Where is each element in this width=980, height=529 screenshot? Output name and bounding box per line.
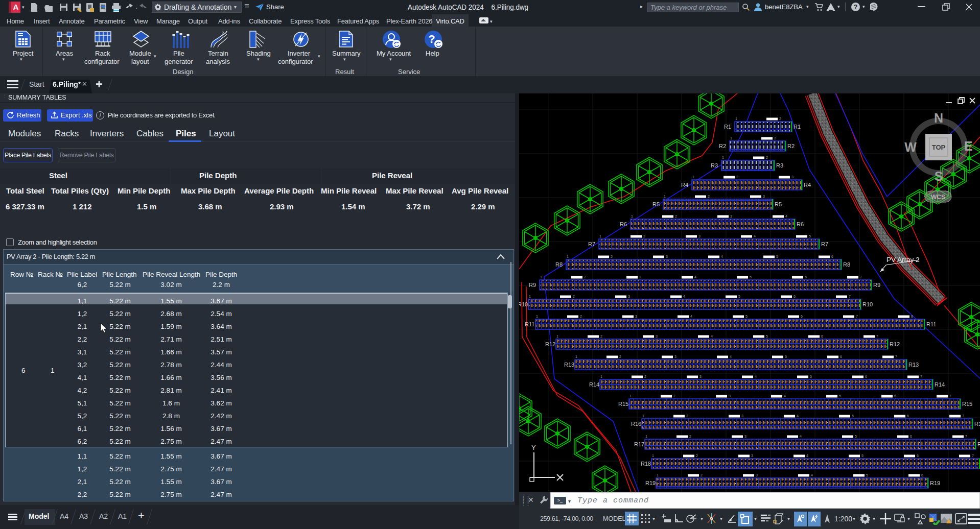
svg-text:6: 6 <box>805 275 807 279</box>
svg-text:5: 5 <box>866 473 868 477</box>
svg-text:1: 1 <box>657 473 659 477</box>
svg-text:R1: R1 <box>724 124 731 130</box>
svg-text:R14: R14 <box>935 381 945 388</box>
svg-text:5: 5 <box>839 394 841 398</box>
svg-text:2: 2 <box>766 156 768 159</box>
svg-text:R10: R10 <box>862 301 873 307</box>
svg-text:3: 3 <box>666 255 668 258</box>
svg-text:2: 2 <box>708 195 710 198</box>
svg-text:1: 1 <box>629 394 632 398</box>
svg-text:7: 7 <box>856 315 858 318</box>
svg-text:2: 2 <box>619 355 621 358</box>
svg-text:R4: R4 <box>681 182 688 188</box>
svg-text:2: 2 <box>701 473 703 477</box>
svg-text:2: 2 <box>573 295 575 298</box>
svg-text:2: 2 <box>774 136 776 140</box>
svg-text:7: 7 <box>965 435 967 438</box>
svg-text:1: 1 <box>600 375 602 378</box>
svg-text:5: 5 <box>738 295 740 298</box>
svg-text:7: 7 <box>962 414 964 418</box>
svg-text:N: N <box>934 111 943 125</box>
svg-text:4: 4 <box>711 334 713 338</box>
svg-text:6: 6 <box>894 394 896 398</box>
svg-text:6: 6 <box>921 473 923 477</box>
svg-text:1: 1 <box>722 156 724 159</box>
svg-text:5: 5 <box>750 275 752 279</box>
svg-text:2: 2 <box>611 255 613 258</box>
svg-text:4: 4 <box>754 234 756 238</box>
svg-text:2: 2 <box>580 315 582 318</box>
svg-text:4: 4 <box>797 414 799 418</box>
svg-text:3: 3 <box>639 275 641 279</box>
svg-text:6: 6 <box>794 295 796 298</box>
svg-text:6: 6 <box>831 255 833 258</box>
svg-text:R16: R16 <box>631 421 641 427</box>
svg-text:6: 6 <box>821 334 823 338</box>
svg-text:WCS: WCS <box>931 194 945 201</box>
svg-text:PV Array 2: PV Array 2 <box>886 256 920 263</box>
svg-text:7: 7 <box>895 355 897 358</box>
svg-text:R7: R7 <box>821 241 828 247</box>
svg-text:7: 7 <box>949 394 951 398</box>
svg-text:TOP: TOP <box>932 143 946 151</box>
svg-text:6: 6 <box>840 355 842 358</box>
svg-text:1: 1 <box>540 275 542 279</box>
svg-text:R13: R13 <box>908 362 919 368</box>
svg-text:6: 6 <box>917 454 919 458</box>
svg-text:R17: R17 <box>634 441 644 447</box>
svg-text:3: 3 <box>699 375 702 378</box>
svg-text:4: 4 <box>755 375 757 378</box>
svg-text:R11: R11 <box>525 321 534 327</box>
svg-text:R6: R6 <box>620 221 627 227</box>
svg-text:R2: R2 <box>787 143 795 149</box>
svg-text:R3: R3 <box>776 162 783 169</box>
svg-text:3: 3 <box>729 394 731 398</box>
svg-text:R15: R15 <box>962 401 972 407</box>
svg-text:1: 1 <box>652 454 654 458</box>
svg-text:R4: R4 <box>804 182 811 188</box>
svg-text:2: 2 <box>696 454 698 458</box>
svg-text:7: 7 <box>849 295 851 298</box>
svg-text:?: ? <box>428 33 435 45</box>
svg-text:4: 4 <box>694 275 696 279</box>
svg-text:4: 4 <box>690 315 692 318</box>
svg-text:1: 1 <box>599 234 601 238</box>
svg-text:R15: R15 <box>618 401 628 407</box>
svg-text:1: 1 <box>692 175 694 179</box>
svg-text:R2: R2 <box>719 143 726 149</box>
svg-text:1: 1 <box>642 414 644 418</box>
svg-text:R8: R8 <box>555 261 563 268</box>
svg-text:1: 1 <box>664 195 666 198</box>
svg-text:W: W <box>904 140 917 154</box>
svg-text:R1: R1 <box>794 124 801 130</box>
svg-text:R7: R7 <box>588 241 595 247</box>
svg-text:2: 2 <box>689 435 691 438</box>
svg-text:6: 6 <box>865 375 867 378</box>
svg-text:R3: R3 <box>711 162 718 169</box>
svg-text:3: 3 <box>730 214 732 218</box>
svg-text:R19: R19 <box>645 480 656 486</box>
svg-text:2: 2 <box>675 214 677 218</box>
svg-text:5: 5 <box>861 454 864 458</box>
svg-text:R12: R12 <box>545 341 555 347</box>
svg-text:7: 7 <box>972 454 974 458</box>
svg-text:R12: R12 <box>890 341 900 347</box>
svg-text:3: 3 <box>763 195 765 198</box>
svg-text:5: 5 <box>776 255 778 258</box>
svg-text:2: 2 <box>779 117 781 121</box>
svg-text:2: 2 <box>686 414 688 418</box>
svg-text:2: 2 <box>673 394 675 398</box>
svg-text:E: E <box>964 139 973 153</box>
svg-text:3: 3 <box>628 295 630 298</box>
svg-text:6: 6 <box>801 315 803 318</box>
svg-text:5: 5 <box>745 315 748 318</box>
svg-text:3: 3 <box>656 334 658 338</box>
svg-text:R6: R6 <box>797 221 804 227</box>
svg-text:1: 1 <box>536 315 538 318</box>
svg-text:Y: Y <box>531 444 536 451</box>
svg-text:4: 4 <box>806 454 808 458</box>
svg-text:2: 2 <box>736 175 738 179</box>
svg-text:4: 4 <box>721 255 723 258</box>
svg-text:R16: R16 <box>974 421 980 427</box>
svg-text:7: 7 <box>876 334 878 338</box>
